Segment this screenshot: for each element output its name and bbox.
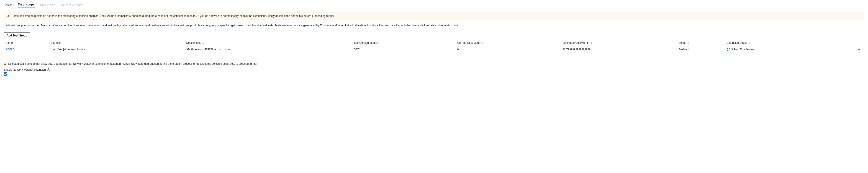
col-current-cost[interactable]: Current Cost/Month↑↓ [456, 40, 561, 46]
sort-icon: ↑↓ [378, 42, 379, 44]
tab-test-groups[interactable]: Test groups [18, 1, 34, 8]
row-test-configs: GFTJ [352, 46, 456, 53]
tab-review-create: Review + create [61, 1, 83, 8]
sort-icon: ↑↓ [590, 42, 592, 44]
tab-create-alert: Create alert [40, 1, 56, 8]
row-estimated-cost: $1.7999999999999998 [561, 46, 677, 53]
row-status: Enabled [677, 46, 725, 53]
banner-text: Some selected endpoints do not have the … [11, 15, 334, 18]
enable-extension-row: Enable Network watcher extension i [4, 68, 864, 71]
table-row[interactable]: SCFAC Vnet1(anujaintopo) + 2 more AMAInt… [4, 46, 864, 53]
col-name[interactable]: Name [4, 40, 49, 46]
sort-icon: ↑↓ [687, 42, 688, 44]
row-more-actions[interactable]: ••• [836, 46, 864, 53]
tab-basics[interactable]: Basics [4, 1, 12, 8]
sort-icon: ↑↓ [202, 42, 204, 44]
col-test-configs[interactable]: Test Configurations↑↓ [352, 40, 456, 46]
col-status[interactable]: Status↑↓ [677, 40, 725, 46]
row-sources-more-link[interactable]: + 2 more [74, 48, 86, 51]
row-dest-main: AMAIntegrationEU2EUA... [186, 48, 218, 51]
enable-extension-label: Enable Network watcher extension [4, 68, 46, 71]
warning-icon [7, 15, 10, 17]
enable-extension-checkbox[interactable] [4, 72, 7, 76]
vmss-warning-text: Selected scale sets do not allow auto up… [8, 62, 257, 65]
tab-bar: Basics Test groups Create alert Review +… [4, 0, 864, 8]
row-dest-more-link[interactable]: + 1 more [219, 48, 230, 51]
vmss-warning: Selected scale sets do not allow auto up… [4, 62, 864, 65]
sort-icon: ↑↓ [482, 42, 484, 44]
warning-icon [4, 63, 6, 65]
col-sources[interactable]: Sources↑↓ [49, 40, 184, 46]
col-destinations[interactable]: Destinations↑↓ [184, 40, 351, 46]
extension-warning-banner: Some selected endpoints do not have the … [4, 12, 864, 20]
row-extension-status: 3 Auto Enablement [731, 48, 754, 51]
sort-icon: ↑↓ [62, 42, 63, 44]
sort-icon: ↑↓ [748, 42, 749, 44]
col-estimated-cost[interactable]: Estimated Cost/Month↑↓ [561, 40, 677, 46]
col-extension-status[interactable]: Extension Status↑↓ [725, 40, 836, 46]
row-sources-main: Vnet1(anujaintopo) [51, 48, 73, 51]
intro-text: Each test group in Connection Monitor de… [4, 23, 864, 27]
info-icon[interactable]: i [47, 68, 50, 71]
add-test-group-button[interactable]: Add Test Group [4, 32, 30, 38]
test-groups-table: Name Sources↑↓ Destinations↑↓ Test Confi… [4, 40, 864, 53]
refresh-icon [727, 48, 730, 51]
row-name-link[interactable]: SCFAC [5, 48, 14, 51]
row-current-cost: 0 [456, 46, 561, 53]
